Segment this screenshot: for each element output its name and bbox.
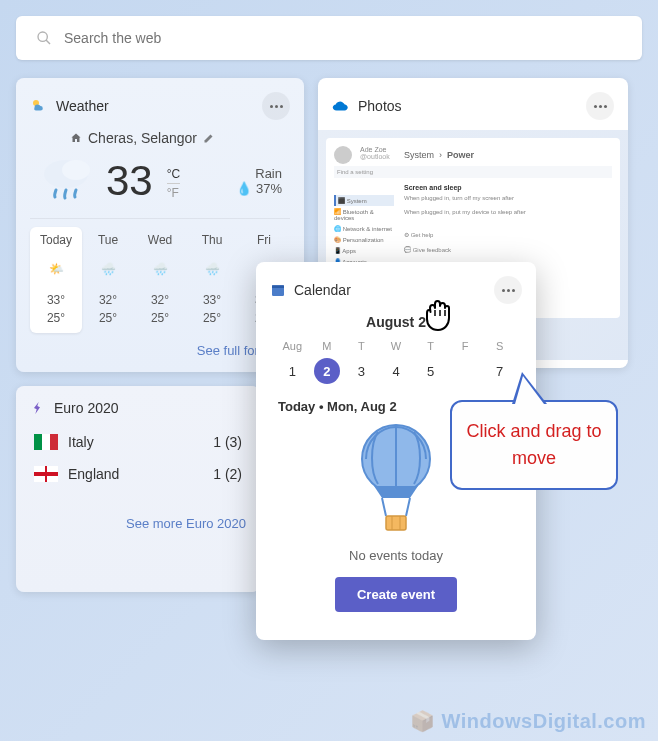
- calendar-day[interactable]: 1: [276, 358, 309, 385]
- weather-icon: [30, 97, 48, 115]
- watermark: 📦 WindowsDigital.com: [410, 709, 646, 733]
- match-row[interactable]: England 1 (2): [30, 458, 246, 490]
- full-forecast-link[interactable]: See full forecast: [30, 343, 290, 358]
- forecast-row: Today🌤️33°25° Tue🌧️32°25° Wed🌧️32°25° Th…: [30, 218, 290, 333]
- flag-england-icon: [34, 466, 58, 482]
- rain-label: Rain: [236, 166, 282, 181]
- forecast-day[interactable]: Today🌤️33°25°: [30, 227, 82, 333]
- location-text: Cheras, Selangor: [88, 130, 197, 146]
- svg-rect-11: [386, 516, 406, 530]
- instruction-callout: Click and drag to move: [450, 400, 618, 490]
- cloud-rain-icon: [38, 156, 98, 206]
- onedrive-icon: [332, 99, 350, 113]
- team-name: England: [68, 466, 119, 482]
- unit-celsius[interactable]: °C: [167, 167, 180, 184]
- search-input[interactable]: [64, 30, 622, 46]
- calendar-day[interactable]: [449, 358, 482, 385]
- dots-icon: [594, 105, 607, 108]
- calendar-day[interactable]: 3: [345, 358, 378, 385]
- score: 1 (3): [213, 434, 242, 450]
- calendar-day[interactable]: 4: [380, 358, 413, 385]
- weather-title: Weather: [56, 98, 109, 114]
- svg-line-9: [382, 498, 386, 516]
- see-more-link[interactable]: See more Euro 2020: [30, 516, 246, 531]
- edit-icon[interactable]: [203, 132, 215, 144]
- forecast-day[interactable]: Thu🌧️33°25°: [186, 227, 238, 333]
- flag-italy-icon: [34, 434, 58, 450]
- calendar-month: August 2: [270, 314, 522, 330]
- create-event-button[interactable]: Create event: [335, 577, 457, 612]
- dots-icon: [270, 105, 283, 108]
- forecast-day[interactable]: Wed🌧️32°25°: [134, 227, 186, 333]
- euro-title: Euro 2020: [54, 400, 119, 416]
- svg-point-0: [38, 32, 47, 41]
- calendar-icon: [270, 282, 286, 298]
- forecast-day[interactable]: Tue🌧️32°25°: [82, 227, 134, 333]
- home-icon: [70, 132, 82, 144]
- search-bar[interactable]: [16, 16, 642, 60]
- score: 1 (2): [213, 466, 242, 482]
- no-events-text: No events today: [270, 548, 522, 563]
- dots-icon: [502, 289, 515, 292]
- svg-line-10: [406, 498, 410, 516]
- match-row[interactable]: Italy 1 (3): [30, 426, 246, 458]
- photos-more-button[interactable]: [586, 92, 614, 120]
- callout-text: Click and drag to move: [464, 418, 604, 472]
- euro-widget[interactable]: Euro 2020 Italy 1 (3) England 1 (2) See …: [16, 386, 260, 592]
- grab-cursor-icon: [418, 290, 458, 334]
- svg-rect-6: [272, 285, 284, 288]
- sport-icon: [30, 400, 46, 416]
- svg-point-4: [62, 160, 90, 180]
- search-icon: [36, 30, 52, 46]
- rain-percent: 💧 37%: [236, 181, 282, 196]
- calendar-day[interactable]: 5: [414, 358, 447, 385]
- weather-more-button[interactable]: [262, 92, 290, 120]
- svg-line-1: [46, 40, 50, 44]
- calendar-day-selected[interactable]: 2: [311, 358, 344, 385]
- calendar-more-button[interactable]: [494, 276, 522, 304]
- photos-title: Photos: [358, 98, 402, 114]
- unit-fahrenheit[interactable]: °F: [167, 184, 180, 200]
- calendar-grid: AugMTWTFS 1 2 3 4 5 7: [270, 336, 522, 385]
- calendar-title: Calendar: [294, 282, 351, 298]
- team-name: Italy: [68, 434, 94, 450]
- temperature: 33: [106, 157, 153, 205]
